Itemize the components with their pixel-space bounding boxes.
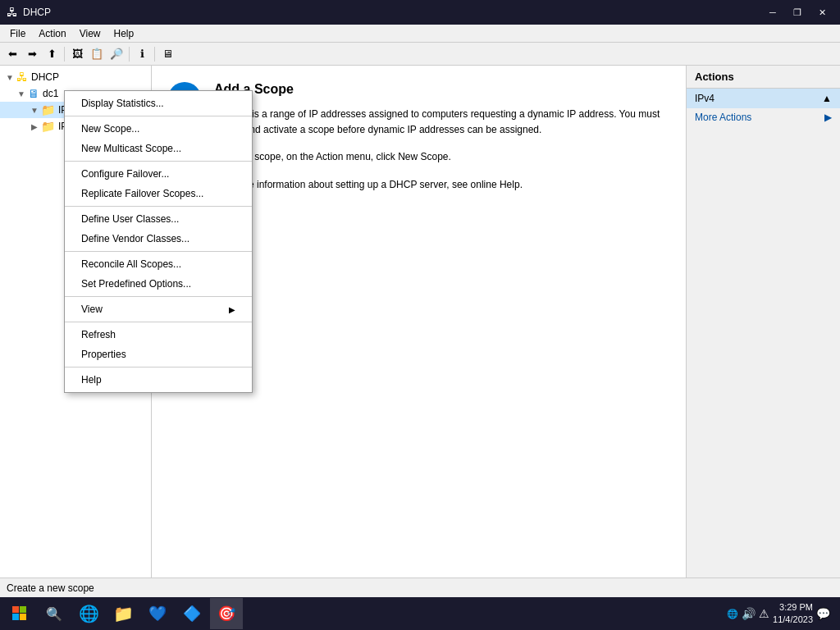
taskbar-explorer[interactable]: 📁 [107,598,139,629]
minimize-button[interactable]: ─ [761,3,784,21]
toolbar-forward[interactable]: ➡ [23,45,41,63]
status-bar: Create a new scope [0,578,840,597]
toolbar-info[interactable]: ℹ [133,45,151,63]
content-body: Add a Scope A scope is a range of IP add… [214,82,669,193]
app-icon: 🖧 [7,6,18,19]
ctx-sep-3 [65,206,252,207]
toolbar-up[interactable]: ⬆ [43,45,61,63]
actions-ipv4-item[interactable]: IPv4 ▲ [687,89,840,108]
ctx-help-label: Help [81,374,102,386]
expand-ipv4: ▼ [28,106,41,115]
search-button[interactable]: 🔍 [38,598,71,629]
ctx-sep-6 [65,322,252,322]
svg-rect-3 [20,614,26,620]
ctx-new-scope-label: New Scope... [81,123,139,135]
svg-rect-2 [12,614,19,620]
taskbar-network[interactable]: ⚠ [759,607,769,620]
content-title: Add a Scope [214,82,669,97]
ipv6-folder-icon: 📁 [41,120,55,133]
toolbar-sep1 [64,47,65,62]
content-para-3: For more information about setting up a … [214,177,669,193]
tree-label-dc1: dc1 [43,88,58,99]
ctx-properties-label: Properties [81,349,126,360]
actions-header: Actions [687,66,840,89]
notification-icon[interactable]: 💬 [816,607,830,620]
toolbar-search[interactable]: 🔎 [107,45,126,63]
ctx-sep-1 [65,116,252,116]
window-title: DHCP [23,7,51,18]
tree-item-dhcp[interactable]: ▼ 🖧 DHCP [0,69,151,85]
ctx-define-user-classes-label: Define User Classes... [81,213,179,225]
ipv4-folder-icon: 📁 [41,103,55,116]
ctx-display-statistics[interactable]: Display Statistics... [65,94,252,113]
actions-more-actions[interactable]: More Actions ▶ [687,108,840,126]
ctx-replicate-failover[interactable]: Replicate Failover Scopes... [65,184,252,203]
taskbar-right: 🌐 🔊 ⚠ 3:29 PM 11/4/2023 💬 [727,601,837,627]
ctx-define-vendor-classes-label: Define Vendor Classes... [81,233,189,244]
toolbar-sep3 [154,47,155,62]
context-menu: Display Statistics... New Scope... New M… [64,90,253,393]
clock-time: 3:29 PM [773,601,813,614]
toolbar: ⬅ ➡ ⬆ 🖼 📋 🔎 ℹ 🖥 [0,43,840,66]
ctx-new-multicast-scope-label: New Multicast Scope... [81,143,181,154]
maximize-button[interactable]: ❐ [786,3,809,21]
toolbar-monitor[interactable]: 🖥 [158,45,176,63]
title-bar-left: 🖧 DHCP [7,6,51,19]
ctx-view-label: View [81,304,103,315]
title-bar: 🖧 DHCP ─ ❐ ✕ [0,0,840,25]
ctx-sep-7 [65,367,252,368]
toolbar-back[interactable]: ⬅ [3,45,21,63]
menu-file[interactable]: File [3,26,32,41]
status-text: Create a new scope [7,582,94,594]
clock-date: 11/4/2023 [773,614,813,626]
more-actions-label: More Actions [695,112,751,123]
taskbar-app1[interactable]: 🔷 [176,598,208,629]
ctx-set-predefined-options-label: Set Predefined Options... [81,278,191,290]
content-para-2: To add a scope, on the Action menu, clic… [214,149,669,165]
ctx-view-arrow: ▶ [229,305,235,314]
tree-label-dhcp: DHCP [31,71,59,83]
taskbar-volume[interactable]: 🔊 [742,607,756,620]
toolbar-view[interactable]: 🖼 [68,45,86,63]
taskbar-left: 🔍 🌐 📁 💙 🔷 🎯 [3,598,243,629]
ctx-define-user-classes[interactable]: Define User Classes... [65,209,252,229]
ctx-configure-failover[interactable]: Configure Failover... [65,164,252,184]
taskbar-dhcp-app[interactable]: 🎯 [210,598,243,629]
menu-view[interactable]: View [73,26,107,41]
ctx-set-predefined-options[interactable]: Set Predefined Options... [65,274,252,294]
ctx-sep-5 [65,296,252,297]
menu-action[interactable]: Action [32,26,72,41]
taskbar-edge[interactable]: 🌐 [72,598,105,629]
actions-ipv4-arrow: ▲ [822,93,832,104]
start-button[interactable] [3,598,36,629]
ctx-new-scope[interactable]: New Scope... [65,119,252,139]
server-icon: 🖥 [28,87,39,100]
taskbar-powershell[interactable]: 💙 [141,598,174,629]
close-button[interactable]: ✕ [810,3,833,21]
more-actions-row: More Actions ▶ [695,112,832,123]
ctx-properties[interactable]: Properties [65,345,252,364]
menu-bar: File Action View Help [0,25,840,43]
windows-icon [12,606,27,621]
ctx-help[interactable]: Help [65,370,252,390]
ctx-refresh[interactable]: Refresh [65,325,252,345]
toolbar-scope[interactable]: 📋 [88,45,106,63]
ctx-reconcile-all-scopes[interactable]: Reconcile All Scopes... [65,254,252,274]
svg-rect-1 [20,606,26,613]
ctx-refresh-label: Refresh [81,329,116,340]
more-actions-arrow: ▶ [824,112,832,123]
ctx-view[interactable]: View ▶ [65,299,252,319]
expand-dc1: ▼ [15,89,28,98]
expand-dhcp: ▼ [3,73,16,82]
ctx-new-multicast-scope[interactable]: New Multicast Scope... [65,139,252,158]
ctx-replicate-failover-label: Replicate Failover Scopes... [81,188,203,199]
menu-help[interactable]: Help [107,26,141,41]
toolbar-sep2 [129,47,130,62]
taskbar-clock[interactable]: 3:29 PM 11/4/2023 [773,601,813,627]
taskbar-lang: 🌐 [727,609,738,619]
svg-rect-0 [12,606,19,613]
ctx-define-vendor-classes[interactable]: Define Vendor Classes... [65,229,252,249]
ctx-reconcile-all-scopes-label: Reconcile All Scopes... [81,258,181,270]
ctx-sep-4 [65,251,252,252]
ctx-sep-2 [65,161,252,162]
